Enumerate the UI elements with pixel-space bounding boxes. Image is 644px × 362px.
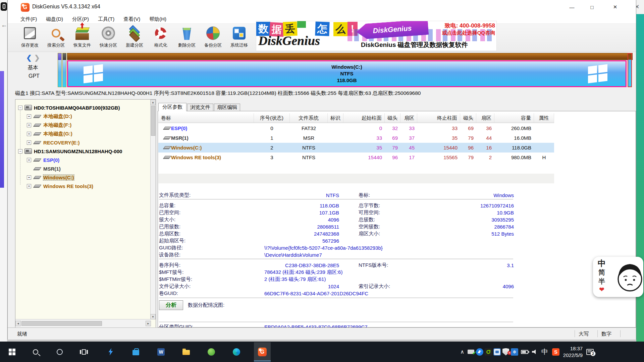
col-filesystem[interactable]: 文件系统 bbox=[290, 113, 328, 123]
expand-icon[interactable]: + bbox=[27, 140, 31, 145]
col-end-head[interactable]: 磁头 bbox=[460, 113, 476, 123]
table-row-windows-re-tools[interactable]: Windows RE tools(3) 3 NTFS 15440 96 17 1… bbox=[158, 153, 554, 162]
partition-bar-msr[interactable] bbox=[62, 53, 66, 87]
save-changes-button[interactable]: 保存更改 bbox=[17, 24, 43, 51]
browser-button[interactable] bbox=[203, 342, 220, 362]
col-end-sector[interactable]: 扇区 bbox=[476, 113, 494, 123]
menu-help[interactable]: 帮助(H) bbox=[149, 16, 166, 22]
bird-app-tray-icon[interactable] bbox=[475, 348, 484, 356]
system-migrate-button[interactable]: 系统迁移 bbox=[226, 24, 252, 51]
pinned-app-button[interactable] bbox=[102, 342, 119, 362]
analyze-button[interactable]: 分析 bbox=[159, 300, 183, 310]
col-end-cylinder[interactable]: 终止柱面 bbox=[417, 113, 460, 123]
tree-item-hd1[interactable]: − HD1:SAMSUNGMZNLN128HAHQ-000 bbox=[18, 147, 122, 155]
expand-icon[interactable]: + bbox=[27, 123, 31, 127]
menu-view[interactable]: 查看(V) bbox=[123, 16, 140, 22]
scroll-thumb[interactable] bbox=[21, 321, 102, 326]
table-row-windows-c-selected[interactable]: Windows(C:) 2 NTFS 35 79 45 15440 96 16 … bbox=[158, 143, 554, 153]
tree-horizontal-scrollbar[interactable]: ◄ ► bbox=[15, 319, 151, 327]
clock[interactable]: 18:372022/5/9 bbox=[561, 345, 585, 359]
col-flag[interactable]: 标识 bbox=[328, 113, 343, 123]
expand-icon[interactable]: + bbox=[27, 132, 31, 136]
col-index-status[interactable]: 序号(状态) bbox=[254, 113, 290, 123]
tree-item-local-d[interactable]: + 本地磁盘(D:) bbox=[27, 112, 72, 120]
col-start-cylinder[interactable]: 起始柱面 bbox=[343, 113, 385, 123]
scroll-up-icon[interactable]: ▲ bbox=[150, 100, 156, 105]
col-start-head[interactable]: 磁头 bbox=[385, 113, 400, 123]
delete-partition-button[interactable]: 删除分区 bbox=[174, 24, 200, 51]
battery-icon[interactable] bbox=[519, 350, 530, 354]
ad-qq-link[interactable]: 或点击此处选择QQ咨询 bbox=[442, 29, 495, 36]
tree-vertical-scrollbar[interactable]: ▲ ▼ bbox=[150, 100, 156, 319]
tree-item-esp[interactable]: + ESP(0) bbox=[27, 156, 59, 164]
task-view-button[interactable] bbox=[75, 342, 93, 362]
file-explorer-button[interactable] bbox=[177, 342, 195, 362]
word-button[interactable]: W bbox=[152, 342, 170, 362]
next-disk-icon[interactable]: ❯ bbox=[34, 54, 40, 62]
diskgenius-taskbar-button[interactable]: G bbox=[254, 342, 271, 362]
expand-icon[interactable]: + bbox=[27, 114, 31, 119]
quick-partition-button[interactable]: 快速分区 bbox=[95, 24, 121, 51]
tree-item-local-f[interactable]: + 本地磁盘(F:) bbox=[27, 121, 71, 129]
scroll-left-icon[interactable]: ◄ bbox=[15, 321, 21, 326]
collapse-icon[interactable]: − bbox=[18, 149, 22, 154]
start-button[interactable] bbox=[3, 342, 21, 362]
tray-chevron-icon[interactable]: ∧ bbox=[458, 349, 467, 355]
action-center-button[interactable]: 2 bbox=[585, 349, 595, 355]
back-arrow-icon[interactable]: ← bbox=[1, 21, 7, 29]
col-attributes[interactable]: 属性 bbox=[534, 113, 554, 123]
intel-graphics-tray-icon[interactable] bbox=[493, 348, 501, 356]
cortana-button[interactable] bbox=[51, 342, 68, 362]
format-button[interactable]: 格式化 bbox=[148, 24, 174, 51]
sogou-tray-icon[interactable]: S bbox=[550, 348, 561, 356]
col-volume-label[interactable]: 卷标 bbox=[158, 113, 254, 123]
scroll-thumb[interactable] bbox=[151, 106, 155, 136]
table-row-msr[interactable]: MSR(1) 1 MSR 33 69 37 35 79 44 16.0MB bbox=[158, 133, 554, 143]
tab-partition-params[interactable]: 分区参数 bbox=[158, 103, 186, 111]
new-partition-button[interactable]: 新建分区 bbox=[121, 24, 148, 51]
heart-icon[interactable]: ❤ bbox=[599, 286, 604, 293]
prev-disk-icon[interactable]: ❮ bbox=[26, 54, 32, 62]
partition-bar-esp[interactable] bbox=[58, 53, 62, 87]
edge-button[interactable] bbox=[228, 342, 245, 362]
disk-header-bar[interactable] bbox=[67, 53, 633, 60]
maximize-button[interactable]: □ bbox=[585, 2, 599, 12]
scroll-down-icon[interactable]: ▼ bbox=[150, 314, 156, 319]
search-partition-button[interactable]: 搜索分区 bbox=[43, 24, 69, 51]
expand-icon[interactable]: + bbox=[27, 184, 31, 188]
taskbar-search-button[interactable] bbox=[27, 342, 44, 362]
expand-icon[interactable]: + bbox=[27, 158, 31, 162]
expand-icon[interactable]: + bbox=[27, 175, 31, 180]
tree-item-windows-re-tools[interactable]: + Windows RE tools(3) bbox=[27, 182, 93, 190]
security-shield-tray-icon[interactable]: ✕ bbox=[501, 348, 510, 356]
collapse-icon[interactable]: − bbox=[18, 106, 22, 110]
menu-partition[interactable]: 分区(P) bbox=[72, 16, 89, 22]
table-header[interactable]: 卷标 序号(状态) 文件系统 标识 起始柱面 磁头 扇区 终止柱面 磁头 扇区 … bbox=[158, 113, 554, 123]
menu-tools[interactable]: 工具(T) bbox=[98, 16, 114, 22]
sogou-ime-widget[interactable]: 中 简 半 ❤ bbox=[593, 257, 643, 297]
snowflake-tray-icon[interactable]: ❄ bbox=[510, 348, 519, 356]
tree-item-recovery-e[interactable]: + RECOVERY(E:) bbox=[27, 138, 80, 146]
ime-indicator[interactable]: 中 bbox=[539, 347, 550, 356]
tab-browse-files[interactable]: 浏览文件 bbox=[187, 104, 213, 111]
microsoft-store-button[interactable] bbox=[127, 342, 145, 362]
col-start-sector[interactable]: 扇区 bbox=[400, 113, 417, 123]
background-app-icon[interactable] bbox=[1, 2, 7, 11]
partition-bar-re-tools[interactable] bbox=[628, 53, 632, 87]
tree-item-hd0[interactable]: − HD0:TOSHIBAMQ04ABF100(932GB) bbox=[18, 104, 120, 112]
backup-partition-button[interactable]: 备份分区 bbox=[200, 24, 226, 51]
partition-bar-windows-c[interactable]: Windows(C:) NTFS 118.0GB bbox=[67, 60, 627, 87]
nvidia-tray-icon[interactable] bbox=[484, 348, 493, 356]
ime-mode-halfwidth[interactable]: 半 bbox=[598, 277, 605, 286]
ime-mode-chinese[interactable]: 中 bbox=[598, 259, 606, 268]
table-row-esp[interactable]: ESP(0) 0 FAT32 0 32 33 33 69 36 260.0MB bbox=[158, 123, 554, 133]
tree-item-local-g[interactable]: + 本地磁盘(G:) bbox=[27, 130, 72, 138]
menu-file[interactable]: 文件(F) bbox=[20, 16, 37, 22]
ad-banner[interactable]: 数 据 丢 怎 么 ！ DiskGenius DiskGenius 致电: 40… bbox=[256, 21, 497, 51]
recover-files-button[interactable]: 恢复文件 bbox=[69, 24, 95, 51]
minimize-button[interactable]: — bbox=[565, 2, 579, 12]
tree-item-windows-c[interactable]: + Windows(C:) bbox=[27, 173, 74, 181]
printer-tray-icon[interactable]: ✔ bbox=[467, 350, 475, 354]
col-capacity[interactable]: 容量 bbox=[494, 113, 534, 123]
ime-mode-simplified[interactable]: 简 bbox=[598, 268, 605, 277]
